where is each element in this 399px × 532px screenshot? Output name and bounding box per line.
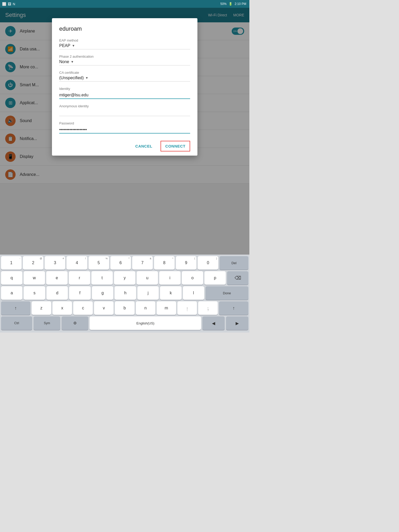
key-a[interactable]: a <box>1 286 22 300</box>
key-i[interactable]: i <box>159 271 181 285</box>
key-d[interactable]: d <box>46 286 68 300</box>
key-f[interactable]: f <box>69 286 90 300</box>
phase2-value: None <box>59 59 69 64</box>
key-del[interactable]: Del <box>220 256 248 270</box>
key-y[interactable]: y <box>114 271 135 285</box>
key-3[interactable]: #3 <box>45 256 65 270</box>
password-label: Password <box>59 121 190 125</box>
eap-method-label: EAP method <box>59 38 190 42</box>
key-p[interactable]: p <box>204 271 226 285</box>
key-n[interactable]: n <box>136 301 155 315</box>
key-v[interactable]: v <box>94 301 114 315</box>
identity-label: Identity <box>59 87 190 91</box>
identity-row: Identity <box>59 87 190 99</box>
phase2-label: Phase 2 authentication <box>59 55 190 58</box>
battery-percent: 50% <box>220 2 227 6</box>
anon-identity-input[interactable] <box>59 109 190 116</box>
key-space[interactable]: English(US) <box>90 316 201 330</box>
key-7[interactable]: &7 <box>132 256 153 270</box>
key-ctrl[interactable]: Ctrl <box>1 316 32 330</box>
key-shift-left[interactable]: ↑ <box>1 301 30 315</box>
ca-cert-row: CA certificate (Unspecified) ▼ <box>59 71 190 82</box>
key-t[interactable]: t <box>91 271 113 285</box>
note-icon: N <box>13 2 15 6</box>
key-b[interactable]: b <box>115 301 134 315</box>
keyboard-row-qwerty: q w e r t y u i o p ⌫ <box>1 271 248 285</box>
key-comma[interactable]: ,! <box>177 301 197 315</box>
keyboard-row-bottom: Ctrl Sym ⚙ English(US) ◀ ▶ <box>1 316 248 330</box>
time-display: 2:10 PM <box>235 2 246 6</box>
key-m[interactable]: m <box>157 301 176 315</box>
key-e[interactable]: e <box>46 271 68 285</box>
ca-cert-value: (Unspecified) <box>59 76 84 80</box>
dialog-title: eduroam <box>59 25 190 32</box>
keyboard-row-zxcv: ↑ z x c v b n m ,! .? ↑ <box>1 301 248 315</box>
connect-button[interactable]: CONNECT <box>161 141 190 151</box>
key-w[interactable]: w <box>24 271 45 285</box>
status-bar-left-icons: ⬜ 🖼 N <box>2 2 15 6</box>
identity-input[interactable] <box>59 92 190 99</box>
key-8[interactable]: *8 <box>154 256 175 270</box>
key-arrow-left[interactable]: ◀ <box>202 316 225 330</box>
phase2-row: Phase 2 authentication None ▼ <box>59 55 190 65</box>
phase2-dropdown[interactable]: None ▼ <box>59 59 190 65</box>
key-k[interactable]: k <box>160 286 181 300</box>
battery-icon: 🔋 <box>229 2 232 6</box>
key-r[interactable]: r <box>69 271 90 285</box>
key-u[interactable]: u <box>137 271 158 285</box>
image-icon: 🖼 <box>8 2 11 6</box>
key-o[interactable]: o <box>182 271 203 285</box>
key-6[interactable]: ^6 <box>110 256 131 270</box>
dialog-actions: CANCEL CONNECT <box>59 139 190 151</box>
ca-cert-arrow-icon: ▼ <box>85 76 88 80</box>
key-g[interactable]: g <box>92 286 113 300</box>
eap-method-dropdown[interactable]: PEAP ▼ <box>59 43 190 49</box>
wifi-dialog: eduroam EAP method PEAP ▼ Phase 2 authen… <box>52 18 197 156</box>
cancel-button[interactable]: CANCEL <box>131 141 157 151</box>
ca-cert-label: CA certificate <box>59 71 190 75</box>
key-gear[interactable]: ⚙ <box>62 316 88 330</box>
key-period[interactable]: .? <box>198 301 218 315</box>
key-z[interactable]: z <box>32 301 51 315</box>
key-j[interactable]: j <box>137 286 159 300</box>
key-2[interactable]: @2 <box>23 256 43 270</box>
keyboard: -1 @2 #3 /4 %5 ^6 &7 *8 (9 )0 Del q w e … <box>0 255 249 332</box>
password-input[interactable] <box>59 126 190 134</box>
anon-identity-row: Anonymous identity <box>59 104 190 116</box>
screenshot-icon: ⬜ <box>2 2 6 6</box>
key-q[interactable]: q <box>1 271 22 285</box>
key-c[interactable]: c <box>73 301 93 315</box>
password-row: Password <box>59 121 190 134</box>
key-backspace[interactable]: ⌫ <box>227 271 248 285</box>
key-0[interactable]: )0 <box>198 256 218 270</box>
ca-cert-dropdown[interactable]: (Unspecified) ▼ <box>59 76 190 82</box>
key-shift-right[interactable]: ↑ <box>219 301 248 315</box>
keyboard-row-numbers: -1 @2 #3 /4 %5 ^6 &7 *8 (9 )0 Del <box>1 256 248 270</box>
key-l[interactable]: l <box>183 286 204 300</box>
eap-method-row: EAP method PEAP ▼ <box>59 38 190 49</box>
key-done[interactable]: Done <box>205 286 248 300</box>
key-1[interactable]: -1 <box>1 256 22 270</box>
key-arrow-right[interactable]: ▶ <box>226 316 248 330</box>
status-bar: ⬜ 🖼 N 50% 🔋 2:10 PM <box>0 0 249 8</box>
key-x[interactable]: x <box>52 301 72 315</box>
keyboard-row-asdf: a s d f g h j k l Done <box>1 286 248 300</box>
key-h[interactable]: h <box>115 286 136 300</box>
anon-identity-label: Anonymous identity <box>59 104 190 108</box>
phase2-arrow-icon: ▼ <box>71 60 74 64</box>
key-4[interactable]: /4 <box>66 256 87 270</box>
status-icons-right: 50% 🔋 2:10 PM <box>220 2 246 6</box>
key-sym[interactable]: Sym <box>34 316 60 330</box>
eap-method-value: PEAP <box>59 43 70 48</box>
eap-method-arrow-icon: ▼ <box>72 44 75 48</box>
key-9[interactable]: (9 <box>176 256 196 270</box>
key-s[interactable]: s <box>24 286 45 300</box>
key-5[interactable]: %5 <box>89 256 109 270</box>
